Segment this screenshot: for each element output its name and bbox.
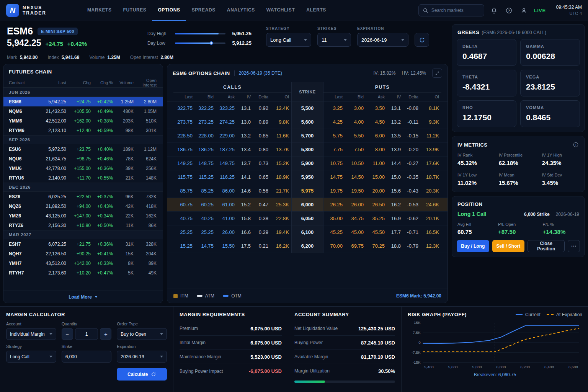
chevron-down-icon	[401, 39, 404, 41]
close-position-button[interactable]: Close Position	[528, 240, 565, 252]
change-pct-cell: +0.59%	[91, 128, 113, 133]
options-row[interactable]: 115.75 115.25 116.25 14.1 0.65 18.9K 5,9…	[167, 170, 448, 184]
put-delta-cell: -0.79	[403, 239, 421, 253]
options-row[interactable]: 186.75 186.25 187.25 13.4 0.80 13.7K 5,8…	[167, 143, 448, 157]
field-select[interactable]: 2026-06-19	[117, 351, 167, 363]
more-options-button[interactable]: ···	[568, 240, 580, 252]
options-row[interactable]: 40.75 40.25 41.00 15.8 0.38 22.8K 6,050 …	[167, 212, 448, 225]
futures-row[interactable]: YMU6 42,778.00 +155.00 +0.36% 39K 256K	[3, 163, 163, 173]
field-select[interactable]: Buy to Open	[117, 328, 167, 340]
strategy-select[interactable]: Long Call	[266, 33, 311, 47]
slider-handle[interactable]	[210, 41, 213, 45]
nav-tab[interactable]: ALERTS	[301, 0, 332, 21]
put-iv-cell: 18.8	[387, 239, 403, 253]
search-box[interactable]	[418, 4, 484, 16]
nav-tab[interactable]: WATCHLIST	[261, 0, 301, 21]
options-row[interactable]: 149.25 148.75 149.75 13.7 0.73 15.2K 5,9…	[167, 157, 448, 170]
select-value: Long Call	[10, 354, 29, 359]
put-last-cell: 26.25	[323, 198, 345, 212]
put-delta-cell: -0.20	[403, 143, 421, 157]
futures-row[interactable]: ESU6 5,972.50 +23.75 +0.40% 189K 1.12M	[3, 144, 163, 154]
options-rows: 322.75 322.25 323.25 13.1 0.92 12.4K 5,5…	[167, 101, 448, 253]
futures-group-header[interactable]: SEP 2026	[3, 135, 163, 144]
options-row[interactable]: 60.75 60.25 61.00 15.2 0.47 25.3K 6,000 …	[167, 198, 448, 212]
put-iv-cell: 14.4	[387, 157, 403, 170]
futures-row[interactable]: NQZ6 21,892.50 +94.00 +0.43% 42K 418K	[3, 201, 163, 211]
futures-row[interactable]: ESM6 5,942.25 +24.75 +0.42% 1.25M 2.80M	[3, 97, 163, 106]
buy-long-button[interactable]: Buy / Long	[457, 240, 489, 252]
quantity-value: 1	[75, 328, 98, 340]
field-select[interactable]: Long Call	[6, 351, 56, 363]
put-oi-cell: 17.6K	[421, 157, 441, 170]
sell-short-button[interactable]: Sell / Short	[492, 240, 525, 252]
nav-tab[interactable]: FUTURES	[118, 0, 152, 21]
futures-row[interactable]: NQH7 22,126.50 +90.25 +0.41% 15K 204K	[3, 249, 163, 258]
calculate-button[interactable]: Calculate	[117, 368, 167, 381]
day-low-label: Day Low	[147, 41, 171, 46]
put-iv-cell: 15.6	[387, 184, 403, 198]
open-interest-cell: 256K	[134, 166, 157, 171]
options-row[interactable]: 228.50 228.00 229.00 13.2 0.85 11.6K 5,7…	[167, 129, 448, 143]
help-icon[interactable]: ?	[504, 5, 514, 15]
futures-row[interactable]: NQM6 21,432.50 +105.50 +0.49% 480K 1.05M	[3, 106, 163, 116]
futures-group-header[interactable]: JUN 2026	[3, 88, 163, 97]
load-more-button[interactable]: Load More	[3, 291, 163, 303]
stat-value: 1.25M	[108, 55, 120, 60]
nav-tab[interactable]: MARKETS	[82, 0, 118, 21]
futures-group-header[interactable]: MAR 2027	[3, 230, 163, 239]
greeks-panel: GREEKS (ESM6 2026-06-19 6000 CALL) DELTA…	[452, 24, 585, 132]
decrement-button[interactable]: −	[62, 328, 73, 340]
form-field: Expiration 2026-06-19	[117, 344, 167, 363]
stat-value: 5,942.00	[20, 55, 38, 60]
options-row[interactable]: 25.25 25.25 26.00 16.6 0.29 19.4K 6,100 …	[167, 225, 448, 239]
options-row[interactable]: 322.75 322.25 323.25 13.1 0.92 12.4K 5,5…	[167, 101, 448, 115]
field-label: Expiration	[117, 344, 167, 349]
position-fields: Avg Fill 60.75 P/L Open +87.50 P/L % +14…	[452, 217, 585, 239]
futures-row[interactable]: NQU6 21,624.75 +98.75 +0.46% 78K 624K	[3, 154, 163, 163]
futures-row[interactable]: RTYM6 2,123.10 +12.40 +0.59% 98K 301K	[3, 126, 163, 135]
options-row[interactable]: 85.75 85.25 86.00 14.6 0.56 21.7K 5,975 …	[167, 184, 448, 198]
change-cell: +90.25	[66, 251, 91, 256]
increment-button[interactable]: +	[100, 328, 111, 340]
futures-row[interactable]: YMZ6 43,125.00 +147.00 +0.34% 22K 162K	[3, 211, 163, 220]
futures-row[interactable]: YMH7 43,512.00 +142.00 +0.33% 8K 89K	[3, 258, 163, 268]
strategy-label: STRATEGY	[266, 26, 311, 31]
futures-group-header[interactable]: DEC 2026	[3, 183, 163, 192]
futures-row[interactable]: RTYU6 2,140.90 +11.70 +0.55% 21K 148K	[3, 173, 163, 183]
options-row[interactable]: 15.25 14.75 15.50 17.5 0.21 16.2K 6,200 …	[167, 239, 448, 253]
app-logo[interactable]: N NEXUS TRADER	[6, 4, 46, 17]
day-high-slider[interactable]	[175, 33, 225, 34]
info-icon[interactable]: i	[572, 141, 579, 148]
field-select[interactable]: Individual Margin	[6, 328, 56, 340]
expand-icon[interactable]	[432, 69, 442, 78]
nav-tab[interactable]: OPTIONS	[152, 0, 186, 21]
strike-input[interactable]: 6,000	[62, 351, 112, 363]
call-last-cell: 25.25	[173, 225, 195, 239]
day-low-slider[interactable]	[175, 42, 225, 44]
call-bid-cell: 273.25	[195, 115, 216, 129]
strike-cell: 5,975	[291, 184, 323, 198]
nav-tab[interactable]: ANALYTICS	[221, 0, 261, 21]
expiration-select[interactable]: 2026-06-19	[357, 33, 408, 47]
put-ask-cell: 26.50	[366, 198, 387, 212]
futures-row[interactable]: RTYH7 2,173.60 +10.20 +0.47% 5K 49K	[3, 268, 163, 278]
user-icon[interactable]	[519, 5, 529, 15]
options-row[interactable]: 273.75 273.25 274.25 13.0 0.89 9.8K 5,60…	[167, 115, 448, 129]
futures-row[interactable]: YMM6 42,512.00 +162.00 +0.38% 203K 510K	[3, 116, 163, 126]
options-expiry[interactable]: 2026-06-19 (35 DTE)	[239, 70, 282, 76]
futures-row[interactable]: ESH7 6,072.25 +21.75 +0.36% 31K 328K	[3, 239, 163, 249]
futures-row[interactable]: RTYZ6 2,156.30 +10.80 +0.50% 11K 86K	[3, 220, 163, 230]
futures-row[interactable]: ESZ6 6,025.25 +22.50 +0.37% 96K 732K	[3, 192, 163, 201]
put-ask-cell: 45.50	[366, 225, 387, 239]
strikes-select[interactable]: 11	[317, 33, 351, 47]
change-pct-cell: +0.33%	[91, 261, 113, 266]
put-iv-cell: 13.1	[387, 101, 403, 115]
notifications-bell-icon[interactable]	[489, 5, 499, 15]
strike-cell: 5,900	[291, 157, 323, 170]
refresh-button[interactable]	[415, 33, 429, 47]
search-input[interactable]	[431, 8, 479, 13]
legend-current: Current	[525, 312, 541, 317]
svg-text:0: 0	[418, 340, 421, 345]
nav-tab[interactable]: SPREADS	[186, 0, 221, 21]
margin-calculator-form: Account Individual Margin Quantity −	[6, 322, 167, 381]
